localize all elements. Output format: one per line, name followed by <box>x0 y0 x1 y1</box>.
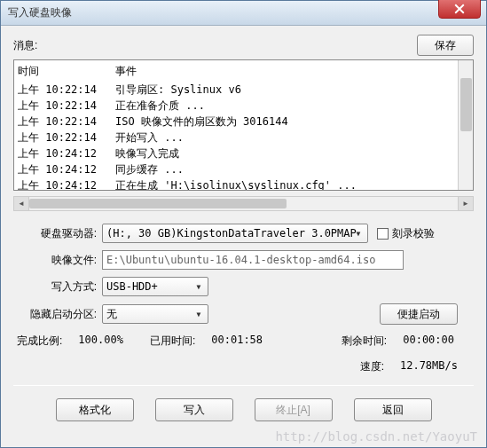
titlebar[interactable]: 写入硬盘映像 <box>1 1 486 26</box>
scroll-left-icon[interactable]: ◄ <box>14 197 29 210</box>
image-label: 映像文件: <box>13 253 102 268</box>
info-label: 消息: <box>13 38 417 53</box>
log-row[interactable]: 上午 10:24:12映像写入完成 <box>18 145 469 161</box>
elapsed-label: 已用时间: <box>150 334 195 349</box>
back-button[interactable]: 返回 <box>354 398 432 421</box>
elapsed-value: 00:01:58 <box>211 334 263 349</box>
drive-dropdown[interactable]: (H:, 30 GB)KingstonDataTraveler 3.0PMAP … <box>102 224 368 243</box>
content-area: 消息: 保存 时间 事件 上午 10:22:14引导扇区: Syslinux v… <box>1 26 486 430</box>
drive-value: (H:, 30 GB)KingstonDataTraveler 3.0PMAP <box>106 227 357 240</box>
write-button[interactable]: 写入 <box>155 398 233 421</box>
close-button[interactable] <box>438 0 481 19</box>
quick-boot-button[interactable]: 便捷启动 <box>380 303 458 325</box>
chevron-down-icon: ▼ <box>351 226 365 240</box>
done-label: 完成比例: <box>17 334 62 349</box>
hide-boot-value: 无 <box>106 307 117 322</box>
watermark: http://blog.csdn.net/YaoyuT <box>275 429 477 444</box>
write-mode-dropdown[interactable]: USB-HDD+ ▼ <box>102 277 208 296</box>
speed-label: 速度: <box>360 359 384 374</box>
verify-checkbox[interactable] <box>377 228 389 240</box>
bottom-button-bar: 格式化 写入 终止[A] 返回 <box>13 398 474 421</box>
image-path-input[interactable] <box>102 250 404 270</box>
close-icon <box>454 4 465 14</box>
log-header-event: 事件 <box>115 64 469 79</box>
scrollbar-thumb[interactable] <box>460 78 472 131</box>
write-mode-value: USB-HDD+ <box>106 280 158 293</box>
speed-value: 12.78MB/s <box>400 359 458 374</box>
log-row[interactable]: 上午 10:22:14ISO 映像文件的扇区数为 3016144 <box>18 114 469 130</box>
log-row[interactable]: 上午 10:22:14引导扇区: Syslinux v6 <box>18 82 469 98</box>
stats-row: 完成比例:100.00% 已用时间:00:01:58 剩余时间:00:00:00 <box>13 334 474 349</box>
log-row[interactable]: 上午 10:24:12同步缓存 ... <box>18 161 469 177</box>
chevron-down-icon: ▼ <box>192 307 206 321</box>
abort-button[interactable]: 终止[A] <box>255 398 333 421</box>
info-row: 消息: 保存 <box>13 35 474 56</box>
chevron-down-icon: ▼ <box>192 279 206 294</box>
log-header-time: 时间 <box>18 64 115 79</box>
hide-boot-label: 隐藏启动分区: <box>13 307 102 322</box>
window-title: 写入硬盘映像 <box>8 5 72 20</box>
hide-boot-dropdown[interactable]: 无 ▼ <box>102 304 208 324</box>
scrollbar-thumb[interactable] <box>29 199 287 208</box>
scroll-right-icon[interactable]: ► <box>458 197 473 210</box>
log-listbox[interactable]: 时间 事件 上午 10:22:14引导扇区: Syslinux v6 上午 10… <box>13 59 474 191</box>
remain-label: 剩余时间: <box>342 334 387 349</box>
verify-label: 刻录校验 <box>392 226 435 241</box>
form-area: 硬盘驱动器: (H:, 30 GB)KingstonDataTraveler 3… <box>13 224 474 325</box>
log-row[interactable]: 上午 10:22:14开始写入 ... <box>18 130 469 145</box>
log-row[interactable]: 上午 10:24:12正在生成 'H:\isolinux\syslinux.cf… <box>18 177 469 191</box>
write-mode-label: 写入方式: <box>13 279 102 295</box>
verify-checkbox-wrap[interactable]: 刻录校验 <box>377 226 435 241</box>
horizontal-scrollbar[interactable]: ◄ ► <box>13 196 474 211</box>
save-button[interactable]: 保存 <box>417 35 474 56</box>
remain-value: 00:00:00 <box>403 334 454 349</box>
drive-label: 硬盘驱动器: <box>13 226 102 241</box>
done-value: 100.00% <box>78 334 123 349</box>
divider <box>13 385 474 386</box>
log-header: 时间 事件 <box>18 62 469 82</box>
log-row[interactable]: 上午 10:22:14正在准备介质 ... <box>18 98 469 114</box>
vertical-scrollbar[interactable] <box>458 60 473 190</box>
speed-row: 速度: 12.78MB/s <box>13 359 474 374</box>
dialog-window: 写入硬盘映像 消息: 保存 时间 事件 上午 10:22:14引导扇区: Sys… <box>0 0 487 448</box>
format-button[interactable]: 格式化 <box>56 398 134 421</box>
